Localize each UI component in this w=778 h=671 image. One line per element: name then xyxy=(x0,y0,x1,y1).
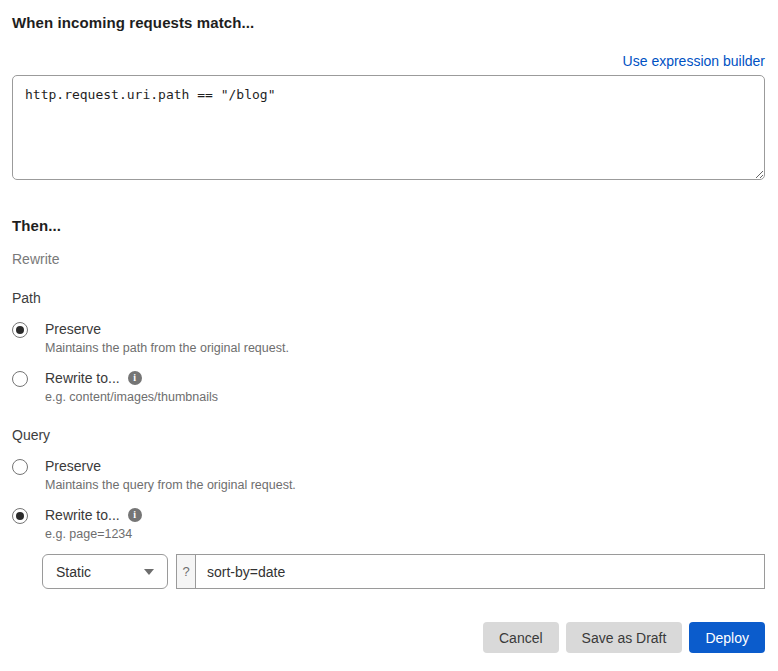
then-section-title: Then... xyxy=(12,217,765,234)
path-field-label: Path xyxy=(12,290,765,306)
path-rewrite-info-icon[interactable]: i xyxy=(128,371,142,385)
query-field-label: Query xyxy=(12,427,765,443)
value-type-selected-label: Static xyxy=(56,564,91,580)
match-section-title: When incoming requests match... xyxy=(12,14,765,31)
path-rewrite-description: e.g. content/images/thumbnails xyxy=(45,390,218,404)
use-expression-builder-link[interactable]: Use expression builder xyxy=(623,53,765,69)
path-rewrite-radio[interactable] xyxy=(12,371,28,387)
path-preserve-option: Preserve Maintains the path from the ori… xyxy=(12,321,765,355)
query-value-input[interactable] xyxy=(196,555,764,588)
path-preserve-label[interactable]: Preserve xyxy=(45,321,101,337)
query-value-group: ? xyxy=(176,554,765,589)
query-rewrite-info-icon[interactable]: i xyxy=(128,508,142,522)
query-preserve-radio[interactable] xyxy=(12,459,28,475)
query-rewrite-label[interactable]: Rewrite to... xyxy=(45,507,120,523)
query-preserve-label[interactable]: Preserve xyxy=(45,458,101,474)
query-rewrite-controls: Static ? xyxy=(42,554,765,589)
rule-editor-panel: When incoming requests match... Use expr… xyxy=(0,0,778,671)
cancel-button[interactable]: Cancel xyxy=(483,622,559,653)
path-rewrite-label[interactable]: Rewrite to... xyxy=(45,370,120,386)
query-rewrite-description: e.g. page=1234 xyxy=(45,527,142,541)
query-rewrite-radio[interactable] xyxy=(12,508,28,524)
rewrite-subtitle: Rewrite xyxy=(12,251,765,267)
expression-editor-textarea[interactable]: http.request.uri.path == "/blog" xyxy=(12,75,765,180)
chevron-down-icon xyxy=(144,569,154,575)
deploy-button[interactable]: Deploy xyxy=(689,622,765,653)
value-type-select[interactable]: Static xyxy=(42,554,168,589)
save-as-draft-button[interactable]: Save as Draft xyxy=(566,622,683,653)
path-rewrite-option: Rewrite to... i e.g. content/images/thum… xyxy=(12,370,765,404)
query-prefix-badge: ? xyxy=(177,555,196,588)
query-preserve-option: Preserve Maintains the query from the or… xyxy=(12,458,765,492)
query-rewrite-option: Rewrite to... i e.g. page=1234 xyxy=(12,507,765,541)
query-preserve-description: Maintains the query from the original re… xyxy=(45,478,296,492)
path-preserve-description: Maintains the path from the original req… xyxy=(45,341,289,355)
builder-link-row: Use expression builder xyxy=(12,52,765,70)
footer-actions: Cancel Save as Draft Deploy xyxy=(483,622,765,653)
path-preserve-radio[interactable] xyxy=(12,322,28,338)
